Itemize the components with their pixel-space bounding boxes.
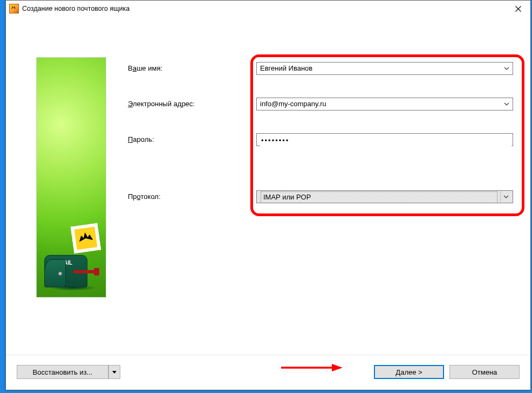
- label-password: Пароль:: [128, 135, 154, 143]
- chevron-down-icon[interactable]: [500, 191, 511, 202]
- label-protocol: Протокол:: [128, 192, 161, 201]
- protocol-combobox[interactable]: IMAP или POP: [256, 190, 513, 203]
- footer-bar: Восстановить из... Далее > Отмена: [6, 355, 530, 390]
- restore-from-button[interactable]: Восстановить из...: [17, 365, 108, 379]
- protocol-value: IMAP или POP: [261, 191, 497, 203]
- content-area: Ваше имя: Электронный адрес: Пароль: Про…: [13, 27, 523, 347]
- close-button[interactable]: [506, 1, 530, 17]
- name-combobox[interactable]: Евгений Иванов: [256, 62, 513, 75]
- dialog-window: Создание нового почтового ящика Ваше имя…: [5, 0, 531, 390]
- cancel-button[interactable]: Отмена: [449, 365, 520, 379]
- svg-marker-0: [112, 371, 117, 374]
- next-button[interactable]: Далее >: [374, 365, 444, 379]
- chevron-down-icon[interactable]: [503, 65, 510, 72]
- wizard-sidebar-image: [36, 57, 106, 298]
- chevron-down-icon[interactable]: [503, 100, 510, 108]
- name-value: Евгений Иванов: [260, 63, 509, 74]
- password-input[interactable]: [256, 133, 513, 146]
- app-icon: [9, 4, 19, 13]
- password-field[interactable]: [260, 134, 511, 147]
- label-name: Ваше имя:: [128, 64, 162, 72]
- restore-from-dropdown[interactable]: [108, 365, 120, 379]
- close-icon: [515, 6, 521, 12]
- window-title: Создание нового почтового ящика: [22, 5, 506, 12]
- email-value: info@my-company.ru: [260, 98, 509, 110]
- triangle-down-icon: [112, 369, 117, 375]
- title-bar: Создание нового почтового ящика: [6, 1, 530, 17]
- bat-stamp-icon: [71, 223, 101, 253]
- label-email: Электронный адрес:: [128, 100, 195, 108]
- email-combobox[interactable]: info@my-company.ru: [256, 98, 513, 111]
- mailbox-illustration: [44, 228, 98, 287]
